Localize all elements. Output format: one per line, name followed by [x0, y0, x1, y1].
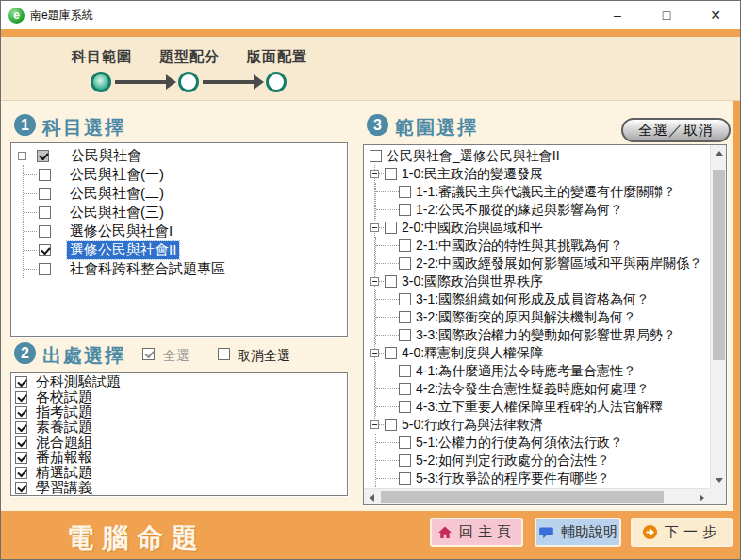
- checkbox[interactable]: [39, 188, 51, 200]
- scope-tree-item[interactable]: 3-1:國際組織如何形成及成員資格為何？: [376, 290, 710, 308]
- scope-tree-item[interactable]: 4-1:為什麼適用法令時應考量合憲性？: [376, 362, 710, 380]
- collapse-icon[interactable]: [18, 152, 26, 160]
- checkbox[interactable]: [399, 436, 411, 449]
- scope-tree-item[interactable]: 2-1:中國政治的特性與其挑戰為何？: [376, 237, 710, 255]
- subject-tree-item[interactable]: 選修公民與社會I: [24, 222, 345, 240]
- deselect-all-checkbox[interactable]: [218, 348, 230, 360]
- checkbox[interactable]: [39, 169, 51, 181]
- close-button[interactable]: ✕: [691, 1, 740, 29]
- collapse-icon[interactable]: [370, 170, 379, 178]
- scroll-left-button[interactable]: [364, 489, 380, 505]
- scope-item-label: 2-1:中國政治的特性與其挑戰為何？: [413, 238, 626, 255]
- scope-group-row[interactable]: 4-0:釋憲制度與人權保障: [368, 344, 710, 362]
- checkbox[interactable]: [399, 257, 411, 270]
- maximize-button[interactable]: □: [642, 1, 691, 29]
- checkbox[interactable]: [399, 472, 411, 485]
- select-all-checkbox[interactable]: [142, 348, 155, 360]
- checkbox[interactable]: [399, 186, 411, 198]
- scroll-up-button[interactable]: [711, 145, 727, 161]
- scope-tree-item[interactable]: 1-2:公民不服從的緣起與影響為何？: [376, 201, 710, 219]
- checkbox[interactable]: [385, 168, 397, 180]
- select-all-toggle-button[interactable]: 全選／取消: [621, 118, 731, 142]
- horizontal-scrollbar[interactable]: [364, 488, 710, 504]
- checkbox[interactable]: [385, 419, 397, 431]
- checkbox[interactable]: [15, 376, 27, 388]
- next-step-button[interactable]: 下一步: [631, 518, 733, 547]
- subject-tree-item[interactable]: 社會科跨科整合試題專區: [24, 259, 345, 278]
- checkbox[interactable]: [39, 244, 51, 256]
- checkbox[interactable]: [15, 482, 27, 494]
- scope-tree-item[interactable]: 2-2:中國政經發展如何影響區域和平與兩岸關係？: [376, 255, 710, 272]
- collapse-icon[interactable]: [370, 277, 379, 286]
- checkbox[interactable]: [399, 383, 411, 395]
- scope-tree-item[interactable]: 3-2:國際衝突的原因與解決機制為何？: [376, 308, 710, 326]
- scope-item-label: 4-1:為什麼適用法令時應考量合憲性？: [413, 363, 639, 380]
- help-button[interactable]: 輔助說明: [535, 518, 621, 547]
- scroll-right-button[interactable]: [694, 489, 710, 505]
- checkbox[interactable]: [39, 206, 51, 219]
- scope-group-row[interactable]: 3-0:國際政治與世界秩序: [368, 272, 710, 290]
- checkbox[interactable]: [39, 263, 51, 275]
- checkbox[interactable]: [15, 406, 27, 419]
- scope-tree-root[interactable]: 公民與社會_選修公民與社會II: [368, 147, 710, 165]
- tree-connector: [24, 269, 37, 270]
- subject-tree-item[interactable]: 公民與社會(一): [24, 165, 345, 184]
- collapse-icon[interactable]: [370, 420, 379, 429]
- vertical-scroll-thumb[interactable]: [713, 170, 725, 360]
- tree-connector: [376, 209, 399, 210]
- tree-connector: [376, 478, 399, 479]
- scope-group-row[interactable]: 2-0:中國政治與區域和平: [368, 219, 710, 237]
- scope-tree-item[interactable]: 4-2:法令發生合憲性疑義時應如何處理？: [376, 380, 710, 398]
- step-wizard: 科目範圍 題型配分 版面配置: [1, 37, 740, 101]
- checkbox[interactable]: [370, 150, 382, 162]
- scroll-down-button[interactable]: [711, 472, 727, 488]
- minimize-button[interactable]: –: [593, 1, 642, 29]
- scope-item-label: 4-2:法令發生合憲性疑義時應如何處理？: [413, 381, 652, 398]
- checkbox[interactable]: [39, 225, 51, 238]
- checkbox[interactable]: [15, 421, 27, 434]
- top-accent-bar: [1, 29, 740, 37]
- checkbox[interactable]: [399, 365, 411, 377]
- subject-tree-item[interactable]: 選修公民與社會II: [24, 240, 345, 259]
- scope-group-row[interactable]: 1-0:民主政治的變遷發展: [368, 165, 710, 183]
- checkbox[interactable]: [15, 391, 27, 404]
- checkbox[interactable]: [399, 329, 411, 341]
- home-button[interactable]: 回主頁: [430, 518, 523, 547]
- subject-tree-item[interactable]: 公民與社會(二): [24, 184, 345, 203]
- scope-group-row[interactable]: 5-0:行政行為與法律救濟: [368, 416, 710, 434]
- subject-tree-root[interactable]: 公民與社會: [13, 146, 345, 165]
- collapse-icon[interactable]: [370, 349, 379, 357]
- tree-connector: [376, 406, 399, 407]
- checkbox[interactable]: [15, 452, 27, 464]
- checkbox[interactable]: [385, 275, 397, 288]
- horizontal-scroll-thumb[interactable]: [381, 491, 664, 503]
- scope-tree-item[interactable]: 4-3:立下重要人權保障里程碑的大法官解釋: [376, 398, 710, 416]
- scope-tree-item[interactable]: 5-2:如何判定行政處分的合法性？: [376, 452, 710, 469]
- source-list-item[interactable]: 學習講義: [13, 480, 345, 495]
- checkbox[interactable]: [15, 467, 27, 479]
- checkbox[interactable]: [37, 150, 49, 162]
- checkbox[interactable]: [399, 293, 411, 305]
- checkbox[interactable]: [385, 347, 397, 359]
- scope-tree-item[interactable]: 5-3:行政爭訟的程序要件有哪些？: [376, 469, 710, 487]
- checkbox[interactable]: [15, 436, 27, 449]
- checkbox[interactable]: [399, 401, 411, 413]
- scope-tree-panel: 公民與社會_選修公民與社會II 1-0:民主政治的變遷發展 1-1:審議民主與代…: [363, 144, 727, 505]
- tree-connector: [24, 231, 37, 232]
- scope-tree-item[interactable]: 3-3:國際政治權力的變動如何影響世界局勢？: [376, 326, 710, 344]
- checkbox[interactable]: [385, 222, 397, 234]
- collapse-icon[interactable]: [370, 223, 379, 232]
- home-icon: [437, 525, 453, 540]
- checkbox[interactable]: [399, 204, 411, 216]
- scope-tree-item[interactable]: 1-1:審議民主與代議民主的變遷有什麼關聯？: [376, 183, 710, 201]
- checkbox[interactable]: [399, 311, 411, 323]
- subject-tree-item[interactable]: 公民與社會(三): [24, 203, 345, 222]
- checkbox[interactable]: [399, 239, 411, 252]
- help-button-label: 輔助說明: [561, 523, 618, 541]
- vertical-scrollbar[interactable]: [710, 145, 726, 488]
- section-1-number: 1: [14, 114, 36, 136]
- scrollbar-corner: [710, 488, 726, 504]
- checkbox[interactable]: [399, 454, 411, 467]
- scope-tree-item[interactable]: 5-1:公權力的行使為何須依法行政？: [376, 434, 710, 452]
- step-1-label: 科目範圍: [72, 48, 132, 66]
